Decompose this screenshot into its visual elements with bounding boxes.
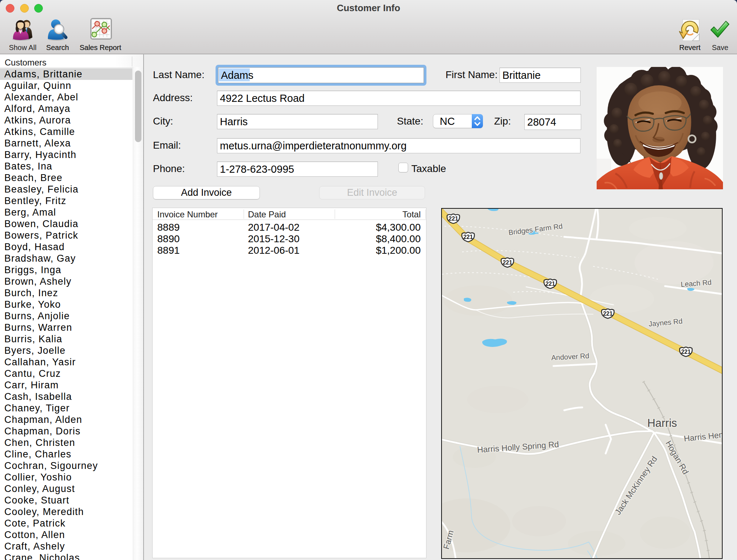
svg-text:Harris: Harris xyxy=(647,417,677,429)
